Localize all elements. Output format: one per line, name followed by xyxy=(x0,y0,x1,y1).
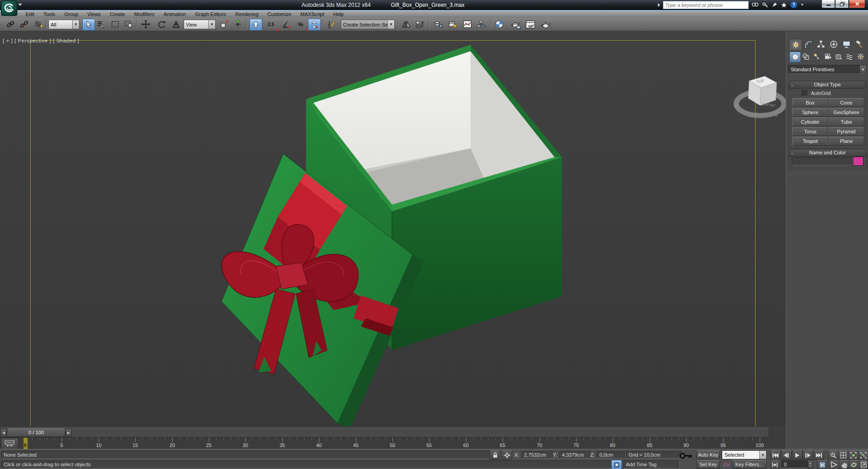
menu-tools[interactable]: Tools xyxy=(39,11,60,18)
named-selection-sets-dropdown[interactable]: Create Selection Se ▼ xyxy=(341,20,395,29)
selection-filter-dropdown[interactable]: All ▼ xyxy=(48,20,79,29)
application-menu-button[interactable] xyxy=(1,0,17,16)
category-systems[interactable] xyxy=(855,52,866,62)
select-by-name-icon[interactable] xyxy=(95,19,107,30)
button-teapot[interactable]: Teapot xyxy=(792,137,828,146)
selection-lock-toggle[interactable] xyxy=(490,450,500,460)
menu-help[interactable]: Help xyxy=(329,11,349,18)
select-and-move-icon[interactable] xyxy=(140,19,152,30)
previous-frame-arrow[interactable]: ◀ xyxy=(0,428,7,437)
use-pivot-point-center-icon[interactable] xyxy=(218,19,230,30)
material-editor-icon[interactable] xyxy=(493,19,505,30)
communication-center-icon[interactable] xyxy=(772,2,778,8)
z-coordinate-field[interactable]: 0,0cm xyxy=(597,451,626,458)
key-mode-toggle[interactable] xyxy=(770,460,779,469)
render-production-icon[interactable] xyxy=(540,19,552,30)
subscription-key-icon[interactable] xyxy=(762,2,768,8)
tab-modify[interactable] xyxy=(802,39,814,49)
next-frame-arrow[interactable]: ▶ xyxy=(65,428,72,437)
category-space-warps[interactable] xyxy=(844,52,855,62)
align-icon[interactable] xyxy=(414,19,426,30)
unlink-selection-icon[interactable] xyxy=(18,19,30,30)
favorites-star-icon[interactable] xyxy=(781,2,787,8)
manage-scene-states-icon[interactable] xyxy=(447,19,459,30)
rectangular-selection-region-icon[interactable] xyxy=(109,19,121,30)
button-pyramid[interactable]: Pyramid xyxy=(828,127,864,136)
menu-customize[interactable]: Customize xyxy=(263,11,296,18)
category-shapes[interactable] xyxy=(800,52,811,62)
schematic-view-icon[interactable] xyxy=(475,19,487,30)
viewport-label[interactable]: [ + ] [ Perspective ] [ Shaded ] xyxy=(3,38,79,43)
rendered-frame-window-icon[interactable] xyxy=(524,19,536,30)
menu-views[interactable]: Views xyxy=(83,11,105,18)
next-frame-button[interactable] xyxy=(803,450,813,460)
button-sphere[interactable]: Sphere xyxy=(792,108,828,117)
mirror-icon[interactable] xyxy=(400,19,412,30)
category-cameras[interactable] xyxy=(822,52,833,62)
category-helpers[interactable] xyxy=(833,52,844,62)
menu-create[interactable]: Create xyxy=(105,11,129,18)
x-coordinate-field[interactable]: 2,7532cm xyxy=(521,451,554,458)
menu-animation[interactable]: Animation xyxy=(159,11,191,18)
play-animation-button[interactable] xyxy=(792,450,803,460)
menu-graph-editors[interactable]: Graph Editors xyxy=(191,11,231,18)
bind-to-space-warp-icon[interactable] xyxy=(33,19,45,30)
orbit-button[interactable] xyxy=(849,460,859,469)
percent-snap-toggle-icon[interactable]: % xyxy=(295,19,307,30)
button-tube[interactable]: Tube xyxy=(828,117,864,126)
button-cone[interactable]: Cone xyxy=(828,98,864,107)
select-and-link-icon[interactable] xyxy=(5,19,16,30)
track-bar[interactable]: 0 5 10 15 20 25 30 35 40 45 50 55 60 65 … xyxy=(0,437,768,449)
application-menu-caret-icon[interactable] xyxy=(18,4,22,6)
time-slider-handle[interactable]: 0 / 100 xyxy=(7,428,65,437)
select-and-scale-icon[interactable] xyxy=(170,19,182,30)
menu-maxscript[interactable]: MAXScript xyxy=(296,11,329,18)
pan-view-button[interactable] xyxy=(839,460,849,469)
search-input[interactable] xyxy=(663,1,749,9)
absolute-offset-mode-toggle[interactable] xyxy=(502,450,512,460)
tab-utilities[interactable] xyxy=(853,39,865,49)
add-time-tag[interactable]: Add Time Tag xyxy=(623,460,680,469)
curve-editor-icon[interactable] xyxy=(461,19,473,30)
name-color-rollout-header[interactable]: - Name and Color xyxy=(789,149,866,157)
previous-frame-button[interactable] xyxy=(781,450,792,460)
primitive-category-dropdown[interactable]: Standard Primitives ▼ xyxy=(788,65,867,74)
help-icon[interactable]: ? xyxy=(790,1,797,8)
category-geometry[interactable] xyxy=(789,52,801,63)
window-crossing-icon[interactable] xyxy=(122,19,134,30)
minimize-button[interactable] xyxy=(821,0,835,8)
zoom-all-button[interactable] xyxy=(838,450,848,460)
set-key-button[interactable]: Set Key xyxy=(696,460,720,469)
object-name-field[interactable] xyxy=(792,157,853,165)
viewport[interactable]: [ + ] [ Perspective ] [ Shaded ] W S TOP… xyxy=(0,31,786,426)
tab-display[interactable] xyxy=(840,39,852,49)
menu-modifiers[interactable]: Modifiers xyxy=(129,11,159,18)
mini-curve-editor-button[interactable] xyxy=(1,438,18,449)
y-coordinate-field[interactable]: 4,3379cm xyxy=(559,451,592,458)
reference-coordinate-system-dropdown[interactable]: View ▼ xyxy=(184,20,216,29)
button-box[interactable]: Box xyxy=(792,98,828,107)
object-color-swatch[interactable] xyxy=(853,157,863,166)
field-of-view-button[interactable] xyxy=(829,460,839,469)
zoom-extents-button[interactable] xyxy=(848,450,858,460)
close-button[interactable] xyxy=(849,0,865,8)
menu-rendering[interactable]: Rendering xyxy=(231,11,263,18)
restore-button[interactable] xyxy=(835,0,849,8)
auto-key-button[interactable]: Auto Key xyxy=(696,450,720,459)
help-caret-icon[interactable]: ▼ xyxy=(800,3,804,7)
zoom-extents-all-button[interactable] xyxy=(858,450,868,460)
isolate-selection-toggle[interactable] xyxy=(611,460,622,469)
select-object-button[interactable] xyxy=(82,19,95,31)
autogrid-checkbox[interactable] xyxy=(802,90,808,96)
render-setup-icon[interactable] xyxy=(510,19,522,30)
tab-motion[interactable] xyxy=(827,39,840,49)
search-icon[interactable] xyxy=(752,2,759,8)
go-to-start-button[interactable] xyxy=(770,450,781,460)
menu-group[interactable]: Group xyxy=(60,11,83,18)
object-type-rollout-header[interactable]: - Object Type xyxy=(789,81,866,89)
frame-spinner[interactable]: ▲ ▼ xyxy=(808,460,813,469)
category-lights[interactable] xyxy=(811,52,822,62)
angle-snap-toggle-icon[interactable] xyxy=(280,19,292,30)
zoom-tool-button[interactable] xyxy=(828,450,838,460)
infocenter-flyout-icon[interactable] xyxy=(658,3,660,7)
